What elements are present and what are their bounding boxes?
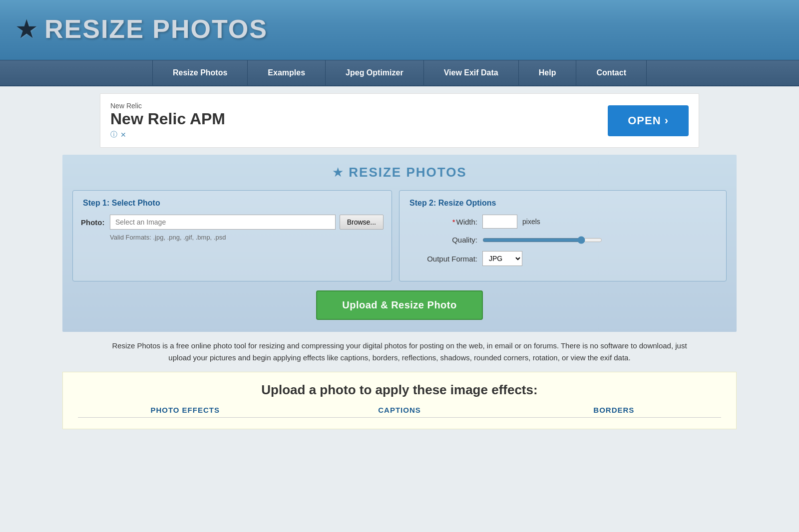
section-header: ★ RESIZE PHOTOS <box>72 165 727 180</box>
ad-content: New Relic New Relic APM ⓘ ✕ <box>110 102 225 139</box>
header: ★ RESIZE PHOTOS <box>0 0 799 60</box>
nav-item-help[interactable]: Help <box>519 60 577 85</box>
logo: ★ RESIZE PHOTOS <box>15 14 268 44</box>
nav-item-examples[interactable]: Examples <box>248 60 326 85</box>
quality-label: Quality: <box>417 236 477 244</box>
nav-item-contact[interactable]: Contact <box>576 60 647 85</box>
photo-input[interactable] <box>110 215 336 230</box>
photo-label: Photo: <box>81 218 106 227</box>
steps-row: Step 1: Select Photo Photo: Browse... Va… <box>72 190 727 281</box>
upload-resize-button[interactable]: Upload & Resize Photo <box>316 290 482 320</box>
ad-close-icon[interactable]: ✕ <box>120 131 126 139</box>
effects-col-borders-title: BORDERS <box>507 406 721 418</box>
width-label: *Width: <box>417 218 477 226</box>
browse-button[interactable]: Browse... <box>340 215 384 230</box>
nav-item-resize[interactable]: Resize Photos <box>152 60 248 85</box>
main-nav: Resize Photos Examples Jpeg Optimizer Vi… <box>0 60 799 86</box>
ad-banner: New Relic New Relic APM ⓘ ✕ OPEN › <box>100 93 699 148</box>
effects-col-photo: PHOTO EFFECTS <box>78 406 292 421</box>
effects-col-captions-title: CAPTIONS <box>292 406 506 418</box>
format-row: Output Format: JPG PNG GIF BMP <box>417 251 522 266</box>
ad-company-name: New Relic <box>110 102 225 110</box>
step1-legend: Step 1: Select Photo <box>81 199 384 208</box>
format-select[interactable]: JPG PNG GIF BMP <box>482 251 522 266</box>
ad-product-name: New Relic APM <box>110 110 225 128</box>
required-star-icon: * <box>452 218 455 226</box>
effects-col-captions: CAPTIONS <box>292 406 506 421</box>
ad-info-icon[interactable]: ⓘ <box>110 130 117 139</box>
section-star-icon: ★ <box>332 165 344 180</box>
upload-btn-row: Upload & Resize Photo <box>72 290 727 320</box>
description-text: Resize Photos is a free online photo too… <box>100 340 699 364</box>
section-title: RESIZE PHOTOS <box>349 165 466 180</box>
width-input[interactable]: 800 <box>482 215 517 229</box>
step2-box: Step 2: Resize Options *Width: 800 pixel… <box>399 190 727 281</box>
step2-legend: Step 2: Resize Options <box>407 199 718 208</box>
width-row: *Width: 800 pixels <box>417 215 540 229</box>
format-label: Output Format: <box>417 255 477 263</box>
nav-item-exif[interactable]: View Exif Data <box>424 60 519 85</box>
quality-slider[interactable] <box>482 236 602 244</box>
main-tool-container: ★ RESIZE PHOTOS Step 1: Select Photo Pho… <box>62 155 737 332</box>
photo-row: Photo: Browse... <box>81 215 384 230</box>
effects-section: Upload a photo to apply these image effe… <box>62 372 737 429</box>
effects-col-photo-title: PHOTO EFFECTS <box>78 406 292 418</box>
effects-title: Upload a photo to apply these image effe… <box>78 382 721 398</box>
effects-col-borders: BORDERS <box>507 406 721 421</box>
ad-info-row: ⓘ ✕ <box>110 130 225 139</box>
quality-row: Quality: <box>417 236 602 244</box>
step2-fields: *Width: 800 pixels Quality: Output Forma… <box>407 215 718 266</box>
ad-open-button[interactable]: OPEN › <box>608 105 689 136</box>
logo-star-icon: ★ <box>15 16 38 42</box>
pixels-label: pixels <box>522 218 540 226</box>
effects-columns: PHOTO EFFECTS CAPTIONS BORDERS <box>78 406 721 421</box>
site-title: RESIZE PHOTOS <box>44 14 268 44</box>
nav-item-jpeg[interactable]: Jpeg Optimizer <box>326 60 424 85</box>
valid-formats-text: Valid Formats: .jpg, .png, .gif, .bmp, .… <box>81 234 384 241</box>
step1-box: Step 1: Select Photo Photo: Browse... Va… <box>72 190 392 281</box>
